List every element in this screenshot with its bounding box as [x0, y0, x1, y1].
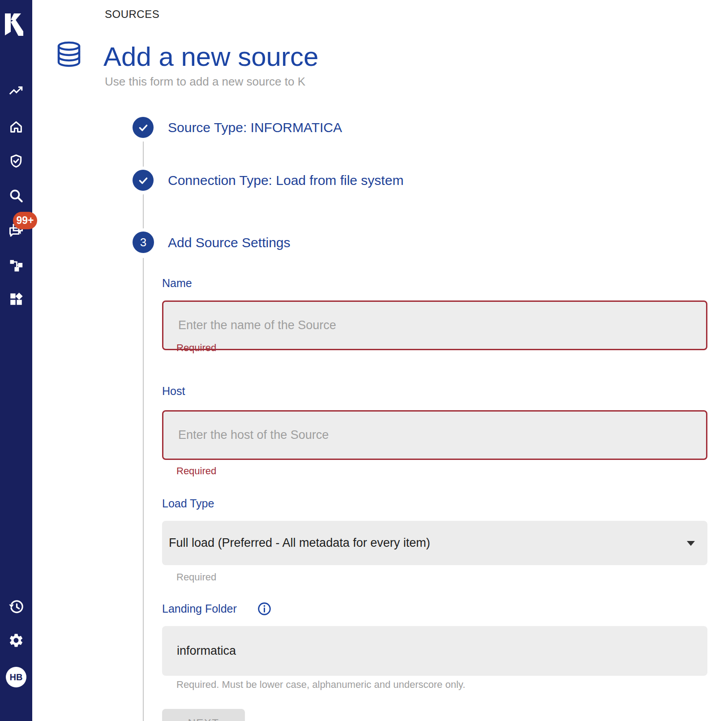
sidebar-item-home[interactable] [5, 116, 27, 137]
gear-icon [8, 632, 24, 648]
step-connector [143, 194, 144, 228]
step-1-indicator[interactable] [133, 117, 154, 138]
name-input[interactable] [162, 300, 707, 350]
chevron-down-icon [687, 541, 695, 546]
step-3-label[interactable]: Add Source Settings [168, 235, 291, 251]
step-3-number: 3 [140, 236, 146, 249]
landing-folder-label: Landing Folder [162, 602, 237, 615]
k-logo-icon [5, 13, 26, 36]
check-icon [137, 122, 149, 133]
step-connector [143, 258, 144, 721]
search-icon [9, 188, 24, 203]
step-2-indicator[interactable] [133, 170, 154, 191]
step-3-indicator[interactable]: 3 [133, 232, 154, 253]
info-icon [257, 602, 271, 616]
load-type-value: Full load (Preferred - All metadata for … [169, 536, 430, 550]
page-subtitle: Use this form to add a new source to K [105, 75, 305, 89]
flow-tree-icon [9, 258, 24, 273]
sidebar-item-search[interactable] [5, 185, 27, 206]
notification-badge: 99+ [13, 212, 37, 229]
name-field-label: Name [162, 277, 192, 290]
shield-check-icon [9, 154, 24, 169]
widgets-icon [9, 292, 24, 307]
page-title: Add a new source [103, 42, 318, 72]
sidebar-item-lineage[interactable] [5, 254, 27, 276]
host-field-label: Host [162, 385, 185, 398]
avatar-initials: HB [10, 672, 23, 682]
sidebar: 99+ HB [0, 0, 32, 721]
landing-folder-info-button[interactable] [257, 602, 271, 616]
landing-folder-helper: Required. Must be lower case, alphanumer… [176, 679, 465, 691]
step-connector [143, 142, 144, 167]
user-avatar[interactable]: HB [6, 667, 26, 687]
load-type-select[interactable]: Full load (Preferred - All metadata for … [162, 521, 707, 565]
database-icon [56, 41, 81, 72]
load-type-helper: Required [176, 571, 216, 583]
breadcrumb: SOURCES [105, 8, 159, 21]
history-icon [8, 599, 24, 615]
sidebar-item-widgets[interactable] [5, 288, 27, 310]
landing-folder-input[interactable] [162, 626, 707, 676]
add-source-page: 99+ HB [0, 0, 728, 721]
sidebar-item-history[interactable] [5, 596, 27, 618]
trending-up-icon [9, 83, 24, 99]
step-1-label[interactable]: Source Type: INFORMATICA [168, 120, 342, 136]
sidebar-item-trends[interactable] [5, 80, 27, 102]
sidebar-item-settings[interactable] [5, 630, 27, 651]
sidebar-item-governance[interactable] [5, 150, 27, 172]
home-icon [9, 119, 24, 134]
app-logo[interactable] [5, 13, 26, 36]
check-icon [137, 175, 149, 186]
host-input[interactable] [162, 410, 707, 460]
step-2-label[interactable]: Connection Type: Load from file system [168, 172, 403, 189]
host-error-text: Required [176, 465, 216, 477]
next-button[interactable]: NEXT [162, 709, 245, 721]
load-type-label: Load Type [162, 497, 214, 510]
name-error-text: Required [176, 342, 216, 354]
